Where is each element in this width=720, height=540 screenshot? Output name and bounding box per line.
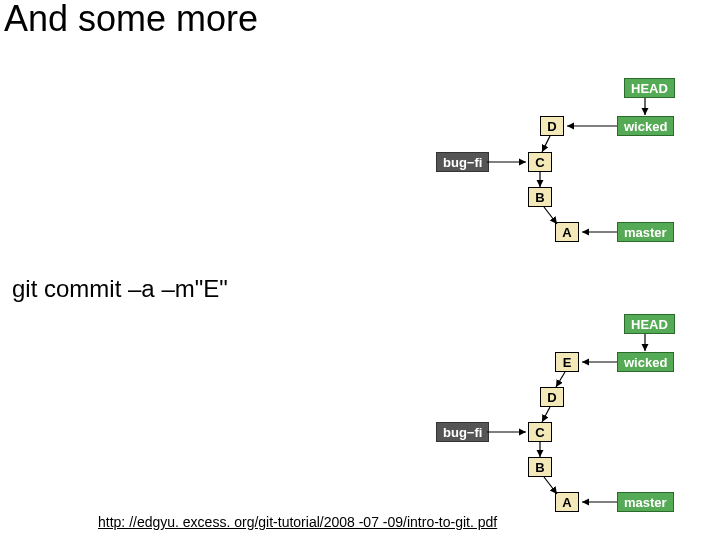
diagram-arrows-2 (0, 0, 720, 540)
diagram-arrows (0, 0, 720, 270)
git-command: git commit –a –m"E" (12, 275, 228, 303)
commit-node-C: C (528, 152, 552, 172)
ref-wicked-2: wicked (617, 352, 674, 372)
ref-bugfi: bug−fi (436, 152, 489, 172)
ref-master: master (617, 222, 674, 242)
svg-line-7 (556, 372, 565, 387)
commit-node-B: B (528, 187, 552, 207)
slide-title: And some more (4, 0, 258, 40)
ref-head-2: HEAD (624, 314, 675, 334)
commit-node-D: D (540, 116, 564, 136)
commit-node-E: E (555, 352, 579, 372)
svg-line-0 (542, 136, 550, 152)
ref-head: HEAD (624, 78, 675, 98)
source-link[interactable]: http: //edgyu. excess. org/git-tutorial/… (98, 514, 497, 530)
commit-node-A: A (555, 492, 579, 512)
ref-bugfi-2: bug−fi (436, 422, 489, 442)
commit-node-C: C (528, 422, 552, 442)
commit-node-D: D (540, 387, 564, 407)
ref-wicked: wicked (617, 116, 674, 136)
commit-node-B: B (528, 457, 552, 477)
svg-line-8 (542, 407, 550, 422)
commit-node-A: A (555, 222, 579, 242)
ref-master-2: master (617, 492, 674, 512)
